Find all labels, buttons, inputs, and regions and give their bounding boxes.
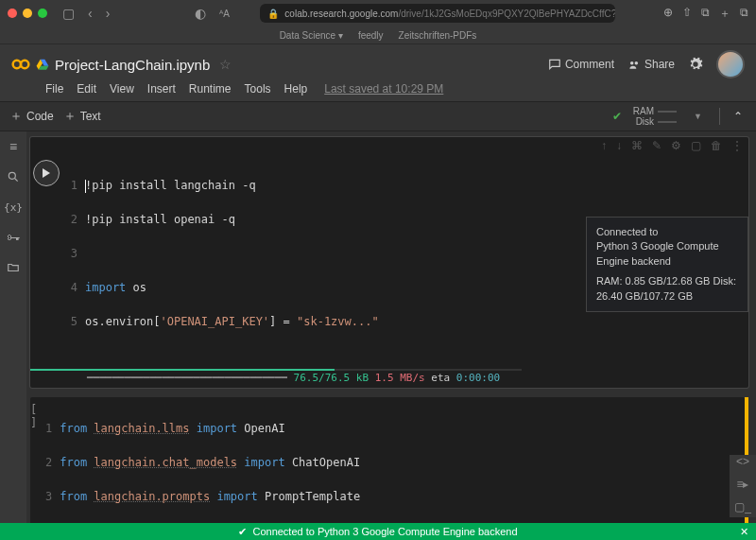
add-icon[interactable]: ＋ xyxy=(719,6,730,22)
minimize-window[interactable] xyxy=(23,9,32,18)
app-header: Project-LangChain.ipynb ☆ Comment Share … xyxy=(0,44,756,101)
variables-icon[interactable]: {x} xyxy=(6,200,21,215)
status-bar: ✔ Connected to Python 3 Google Compute E… xyxy=(0,523,756,540)
svg-point-3 xyxy=(635,61,639,65)
terminal-icon[interactable]: ▢_ xyxy=(734,500,751,514)
nav-back-icon[interactable]: ‹ xyxy=(84,6,96,21)
cell-comment-icon[interactable]: ✎ xyxy=(652,139,662,154)
search-icon[interactable] xyxy=(6,169,21,184)
comment-button[interactable]: Comment xyxy=(548,58,614,71)
notebook-area[interactable]: Connected to Python 3 Google Compute Eng… xyxy=(26,131,756,523)
share-icon[interactable]: ⇧ xyxy=(682,6,692,22)
tabs-icon[interactable]: ⧉ xyxy=(740,6,748,22)
menu-runtime[interactable]: Runtime xyxy=(189,82,232,96)
url-bar[interactable]: 🔒 colab.research.google.com/drive/1kJ2Gs… xyxy=(260,4,615,23)
add-code-cell-button[interactable]: ＋Code xyxy=(9,108,54,125)
run-cell-button[interactable] xyxy=(33,160,60,186)
collapse-icon[interactable]: ⌃ xyxy=(730,110,747,123)
notebook-toolbar: ＋Code ＋Text ✔ RAM Disk ▼ ⌃ xyxy=(0,101,756,131)
drive-icon xyxy=(36,58,49,71)
resources-indicator[interactable]: RAM Disk xyxy=(633,106,677,127)
maximize-window[interactable] xyxy=(38,9,47,18)
code-editor[interactable]: 1from langchain.llms import OpenAI 2from… xyxy=(37,397,756,523)
cell-output: ━━━━━━━━━━━━━━━━━━━━━━━━━━━━━━━━ 76.5/76… xyxy=(30,370,748,388)
download-icon[interactable]: ⊕ xyxy=(663,6,673,22)
svg-point-4 xyxy=(9,172,15,179)
settings-icon[interactable] xyxy=(688,57,703,72)
cell-mirror-icon[interactable]: ▢ xyxy=(691,139,701,154)
svg-point-2 xyxy=(630,61,634,65)
resources-tooltip: Connected to Python 3 Google Compute Eng… xyxy=(586,217,748,312)
cell-more-icon[interactable]: ⋮ xyxy=(731,139,743,154)
cell-move-up-icon[interactable]: ↑ xyxy=(601,139,607,154)
close-window[interactable] xyxy=(8,9,17,18)
colab-logo-icon[interactable] xyxy=(11,55,30,74)
text-size-icon[interactable]: ᴬA xyxy=(215,9,233,19)
add-text-cell-button[interactable]: ＋Text xyxy=(63,108,101,125)
cell-prompt: [ ] xyxy=(30,403,37,429)
connected-check-icon: ✔ xyxy=(612,110,622,123)
cell-delete-icon[interactable]: 🗑 xyxy=(711,139,722,154)
code-view-icon[interactable]: <> xyxy=(736,455,749,468)
share-button[interactable]: Share xyxy=(627,58,675,71)
cell-settings-icon[interactable]: ⚙ xyxy=(671,139,681,154)
menu-tools[interactable]: Tools xyxy=(245,82,271,96)
left-rail: ≡ {x} 🗝 xyxy=(0,131,26,523)
star-icon[interactable]: ☆ xyxy=(219,57,232,72)
user-avatar[interactable] xyxy=(716,50,745,78)
secrets-icon[interactable]: 🗝 xyxy=(6,230,21,245)
nav-forward-icon[interactable]: › xyxy=(102,6,114,21)
svg-point-1 xyxy=(21,61,28,68)
cell-link-icon[interactable]: ⌘ xyxy=(631,139,643,154)
bookmark-item[interactable]: feedly xyxy=(358,30,384,41)
right-rail: <> ≡▸ ▢_ xyxy=(730,455,756,517)
url-path: /drive/1kJ2GsMoEDqx9PQXY2QlBePHYAZDcCffC… xyxy=(398,9,615,19)
cell-move-down-icon[interactable]: ↓ xyxy=(616,139,622,154)
last-saved[interactable]: Last saved at 10:29 PM xyxy=(324,82,443,96)
files-icon[interactable] xyxy=(6,260,21,275)
bookmark-bar: Data Science ▾ feedly Zeitschriften-PDFs xyxy=(0,26,756,44)
status-close-icon[interactable]: ✕ xyxy=(740,526,748,538)
lock-icon: 🔒 xyxy=(267,9,279,19)
code-cell[interactable]: [ ] 1from langchain.llms import OpenAI 2… xyxy=(30,397,748,523)
explorer-icon[interactable]: ≡▸ xyxy=(736,478,748,491)
menu-bar: File Edit View Insert Runtime Tools Help… xyxy=(11,78,745,101)
copy-icon[interactable]: ⧉ xyxy=(701,6,710,22)
browser-chrome: ▢ ‹ › ◐ ᴬA 🔒 colab.research.google.com/d… xyxy=(0,0,756,26)
shield-icon[interactable]: ◐ xyxy=(191,6,210,21)
menu-insert[interactable]: Insert xyxy=(147,82,176,96)
menu-help[interactable]: Help xyxy=(284,82,308,96)
document-title[interactable]: Project-LangChain.ipynb xyxy=(55,57,210,73)
toc-icon[interactable]: ≡ xyxy=(6,139,21,154)
menu-view[interactable]: View xyxy=(110,82,134,96)
sidebar-toggle-icon[interactable]: ▢ xyxy=(59,6,78,21)
bookmark-item[interactable]: Zeitschriften-PDFs xyxy=(399,30,477,41)
window-controls xyxy=(8,9,47,18)
menu-edit[interactable]: Edit xyxy=(77,82,96,96)
status-check-icon: ✔ xyxy=(238,526,247,538)
status-message: Connected to Python 3 Google Compute Eng… xyxy=(252,526,517,537)
bookmark-item[interactable]: Data Science ▾ xyxy=(280,30,343,41)
url-host: colab.research.google.com xyxy=(284,9,398,19)
menu-file[interactable]: File xyxy=(45,82,63,96)
resources-dropdown-icon[interactable]: ▼ xyxy=(694,112,702,121)
